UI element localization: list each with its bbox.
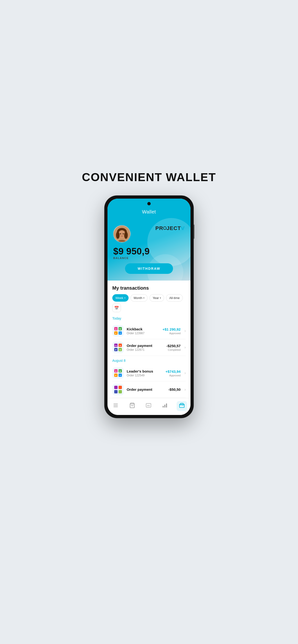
svg-text:H: H [119, 349, 121, 351]
phone-container: Wallet [105, 196, 193, 418]
tx-amount-block-order1: -$250,57 Completed [166, 344, 181, 351]
svg-point-4 [124, 232, 128, 239]
calendar-icon: 📅 [114, 306, 119, 310]
page-wrapper: CONVENIENT WALLET Wallet [75, 161, 224, 483]
transaction-item[interactable]: A B P + Kickback Order 123987 +$1 290,92 [112, 323, 186, 339]
date-group-today: Today [112, 316, 186, 320]
svg-text:P: P [115, 332, 117, 334]
tx-amount-kickback: +$1 290,92 [163, 327, 181, 331]
svg-rect-37 [113, 405, 118, 406]
year-chevron: ▾ [160, 296, 161, 299]
svg-text:+: + [120, 374, 121, 376]
svg-text:PV: PV [147, 405, 150, 407]
nav-item-shop[interactable] [127, 402, 137, 411]
filter-week-button[interactable]: Week ▾ [112, 294, 129, 302]
tx-name-leaders: Leader's bonus [127, 369, 163, 373]
bottom-nav: PV [107, 398, 191, 415]
month-chevron: ▾ [143, 296, 144, 299]
avatar-logo-row: PR JECT V [113, 225, 185, 242]
svg-point-3 [116, 232, 119, 239]
svg-rect-36 [113, 404, 118, 404]
tx-icon-leaders-bonus: A B P + [112, 367, 124, 379]
filter-month-label: Month [134, 296, 142, 300]
filter-row: Week ▾ Month ▾ Year ▾ All-time [112, 294, 186, 312]
phone-volume-button [193, 224, 194, 239]
transaction-item[interactable]: A B P + Leader's bonus Order 122549 +$74… [112, 365, 186, 382]
wallet-icon [179, 402, 185, 410]
transactions-section: My transactions Week ▾ Month ▾ Year ▾ [107, 280, 191, 398]
filter-alltime-label: All-time [169, 296, 180, 300]
tx-icon-kickback: A B P + [112, 325, 124, 336]
svg-rect-43 [164, 405, 165, 408]
tx-chevron-order2: › [185, 388, 186, 392]
phone-frame: Wallet [105, 196, 193, 418]
filter-year-button[interactable]: Year ▾ [150, 294, 164, 302]
tx-amount-order2: -$50,50 [169, 388, 181, 392]
tx-details-leaders: Leader's bonus Order 122549 [127, 369, 163, 377]
svg-text:+: + [120, 332, 121, 334]
tx-chevron-kickback: › [185, 329, 186, 333]
nav-item-wallet[interactable] [177, 401, 187, 411]
tx-status-leaders: Approved [166, 374, 181, 377]
transaction-item[interactable]: Cu A P H Order payment Order 122671 -$25… [112, 339, 186, 356]
avatar [113, 225, 130, 242]
tx-status-order1: Completed [166, 348, 181, 351]
logo-prefix: PR [156, 225, 163, 232]
nav-item-orders[interactable] [111, 402, 120, 411]
tx-details-order2: Order payment [127, 388, 166, 392]
phone-camera [147, 202, 151, 205]
tx-chevron-order1: › [185, 345, 186, 350]
tx-amount-leaders: +$743,94 [166, 370, 181, 374]
svg-rect-34 [114, 390, 117, 394]
svg-text:B: B [119, 370, 121, 372]
svg-text:A: A [119, 344, 121, 347]
svg-text:B: B [119, 328, 121, 330]
header-title: Wallet [112, 209, 186, 215]
date-group-aug8: August 8 [112, 359, 186, 362]
svg-rect-33 [118, 386, 122, 389]
tx-icon-order-payment-1: Cu A P H [112, 342, 124, 353]
logo-zero [163, 226, 167, 230]
tx-icon-order-payment-2 [112, 384, 124, 395]
filter-year-label: Year [153, 296, 159, 300]
svg-text:P: P [115, 374, 117, 376]
pv-icon: PV [146, 402, 152, 410]
filter-week-label: Week [115, 296, 123, 300]
tx-amount-block-order2: -$50,50 [169, 388, 181, 392]
tx-amount-block-kickback: +$1 290,92 Approved [163, 327, 181, 335]
withdraw-button[interactable]: WITHDRAW [125, 263, 173, 274]
tx-details-kickback: Kickback Order 123987 [127, 327, 160, 335]
tx-name-order1: Order payment [127, 344, 163, 348]
logo-v: V [181, 225, 185, 232]
tx-status-kickback: Approved [163, 332, 181, 335]
svg-rect-44 [166, 404, 167, 408]
filter-alltime-button[interactable]: All-time [166, 294, 183, 302]
tx-amount-order1: -$250,57 [166, 344, 181, 348]
svg-point-6 [123, 233, 124, 234]
tx-chevron-leaders: › [185, 371, 186, 375]
svg-rect-38 [113, 406, 118, 407]
logo-ject: JECT [167, 225, 181, 232]
filter-month-button[interactable]: Month ▾ [130, 294, 147, 302]
cart-icon [129, 402, 135, 410]
tx-order-kickback: Order 123987 [127, 332, 160, 335]
week-chevron: ▾ [124, 296, 125, 299]
svg-rect-42 [163, 406, 164, 408]
project-v-logo: PR JECT V [156, 225, 185, 232]
tx-name-order2: Order payment [127, 388, 166, 392]
nav-item-pv[interactable]: PV [144, 402, 153, 411]
svg-text:Cu: Cu [115, 345, 117, 346]
phone-screen: Wallet [107, 198, 191, 415]
tx-details-order1: Order payment Order 122671 [127, 344, 163, 352]
balance-amount: $9 950,9 [113, 246, 185, 256]
tx-order-order1: Order 122671 [127, 348, 163, 352]
transaction-item[interactable]: Order payment -$50,50 › [112, 382, 186, 398]
list-icon [113, 402, 118, 410]
svg-rect-35 [118, 390, 122, 394]
tx-name-kickback: Kickback [127, 327, 160, 331]
svg-text:A: A [115, 370, 117, 372]
nav-item-stats[interactable] [160, 402, 170, 411]
page-title: CONVENIENT WALLET [82, 170, 216, 184]
svg-text:A: A [115, 328, 117, 330]
calendar-button[interactable]: 📅 [112, 304, 121, 312]
